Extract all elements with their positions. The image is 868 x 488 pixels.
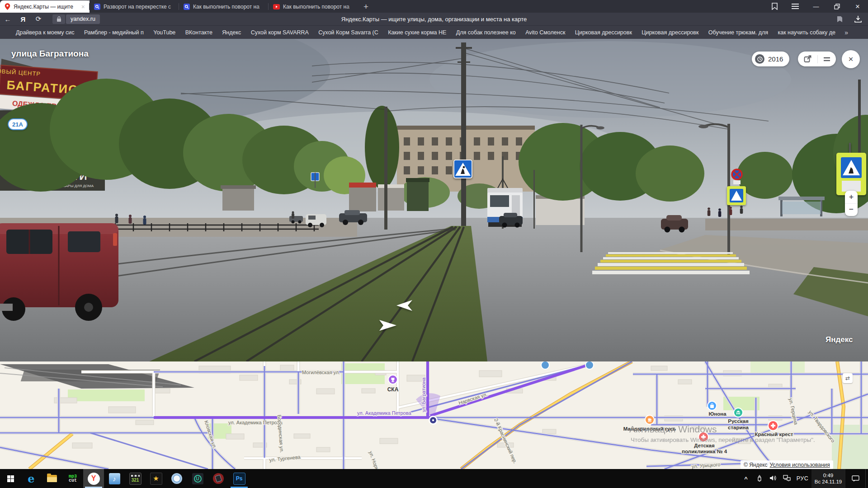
map-copyright: © Яндекс Условия использования — [741, 460, 833, 469]
volume-icon[interactable] — [766, 475, 780, 483]
tray-chevron-icon[interactable]: ^ — [739, 475, 753, 482]
bookmark-item[interactable]: ВКонтакте — [185, 29, 212, 36]
bookmark-item[interactable]: YouTube — [153, 29, 175, 36]
tab-search-2[interactable]: Как выполнить поворот на — [179, 0, 269, 13]
bookmark-item[interactable]: Сухой корм SAVARRA — [251, 29, 309, 36]
window-controls: — ✕ — [764, 0, 868, 13]
bookmark-item[interactable]: Обучение трюкам. для — [708, 29, 768, 36]
yandex-logo-button[interactable]: Я — [15, 15, 31, 23]
external-link-icon[interactable] — [804, 55, 811, 63]
bookmark-item[interactable]: Цирковая дрессировк — [575, 29, 632, 36]
clock-time: 0:49 — [823, 472, 833, 479]
bookmark-item[interactable]: Яндекс — [222, 29, 241, 36]
pedestrian-crossing-sign — [454, 160, 472, 178]
poi-label: СКА — [387, 386, 399, 393]
pano-zoom-control: + − — [845, 191, 858, 216]
youtube-icon — [273, 4, 280, 9]
music-notation-icon[interactable]: ♪ — [104, 469, 125, 488]
windows-activation-title: Активация Windows — [629, 424, 717, 435]
tab-bar: Яндекс.Карты — ищите × Разворот на перек… — [0, 0, 868, 13]
no-stopping-sign — [732, 169, 742, 184]
details-icon[interactable] — [824, 57, 830, 61]
page-title: Яндекс.Карты — ищите улицы, дома, органи… — [341, 16, 527, 23]
usb-icon[interactable] — [753, 474, 766, 483]
zoom-out-button[interactable]: − — [845, 204, 858, 216]
new-tab-button[interactable]: + — [363, 0, 368, 13]
pano-year-control[interactable]: 2016 — [752, 52, 789, 66]
poi-label: Русская — [728, 418, 748, 424]
system-tray: ^ РУС 0:49 Вс 24.11.19 — [739, 469, 868, 488]
file-explorer-icon[interactable] — [42, 469, 62, 488]
crossing-sign-right — [727, 186, 746, 205]
back-button[interactable]: ← — [0, 15, 15, 23]
device-app-icon[interactable] — [208, 469, 229, 488]
media-player-classic-icon[interactable]: 321 — [125, 469, 146, 488]
taskbar-clock[interactable]: 0:49 Вс 24.11.19 — [811, 469, 845, 488]
bookmark-item[interactable]: Драйвера к моему сис — [16, 29, 75, 36]
minimap[interactable]: Могилёвская ул. ул. Академика Петрова На… — [0, 361, 868, 469]
download-icon[interactable] — [854, 16, 862, 23]
street-label: ул. Академика Петрова — [228, 420, 283, 425]
edge-icon[interactable]: e — [21, 469, 42, 488]
collections-flag-icon[interactable] — [764, 0, 785, 13]
bookmark-item[interactable]: Какие сухие корма НЕ — [388, 29, 446, 36]
ring-app-icon[interactable] — [166, 469, 187, 488]
bookmarks-overflow-chevron[interactable]: » — [844, 26, 848, 39]
street-view-panorama[interactable]: ТОРГОВЫЙ ЦЕНТР БАГРАТИОН ОДЕЖДА ЕВРОПЫ С… — [0, 39, 868, 361]
tab-label: Разворот на перекрестке с — [104, 4, 175, 10]
show-desktop-sliver[interactable] — [865, 469, 868, 488]
red-van — [0, 223, 118, 321]
bookmark-item[interactable]: Рамблер - медийный п — [84, 29, 144, 36]
photoshop-icon[interactable]: Ps — [229, 469, 250, 488]
tab-yandex-maps[interactable]: Яндекс.Карты — ищите × — [0, 0, 90, 13]
house-number-badge[interactable]: 21А — [8, 118, 28, 130]
tab-youtube[interactable]: Как выполнить поворот на — [269, 0, 358, 13]
crosswalk — [592, 252, 750, 274]
maps-pin-icon — [5, 3, 10, 10]
bookmark-flag-icon[interactable] — [837, 16, 843, 23]
bookmark-item[interactable]: Для собак полезнее ко — [456, 29, 516, 36]
bookmark-item[interactable]: Цирковая дрессировк — [642, 29, 698, 36]
bookmark-item[interactable]: Сухой Корм Savarra (С — [318, 29, 378, 36]
bus-shelter — [778, 197, 825, 216]
url-field[interactable]: yandex.ru — [66, 14, 100, 24]
minimize-button[interactable]: — — [806, 0, 826, 13]
yandex-search-icon — [94, 4, 100, 10]
bookmark-item[interactable]: как научить собаку де — [778, 29, 835, 36]
street-view-scene: ТОРГОВЫЙ ЦЕНТР БАГРАТИОН ОДЕЖДА ЕВРОПЫ С… — [0, 39, 868, 361]
yandex-browser-icon[interactable]: Y — [83, 469, 104, 488]
network-icon[interactable] — [780, 475, 793, 483]
pano-close-button[interactable]: × — [842, 50, 860, 68]
street-label: Могилёвская ул. — [302, 370, 340, 375]
street-label-route: ул. Академика Петрова — [357, 410, 411, 416]
tab-label: Как выполнить поворот на — [193, 4, 265, 10]
close-window-button[interactable]: ✕ — [847, 0, 868, 13]
terms-link[interactable]: Условия использования — [770, 462, 830, 468]
refresh-button[interactable]: ⟳ — [31, 15, 46, 23]
tab-search-1[interactable]: Разворот на перекрестке с — [90, 0, 179, 13]
zoom-in-button[interactable]: + — [845, 191, 858, 204]
notification-center-icon[interactable] — [845, 469, 865, 488]
map-expand-button[interactable]: ⇄ — [843, 373, 853, 383]
menu-icon[interactable] — [785, 0, 806, 13]
history-clock-icon — [755, 54, 764, 64]
lock-icon[interactable] — [52, 14, 65, 24]
language-indicator[interactable]: РУС — [793, 475, 811, 482]
movie-star-icon[interactable]: ★ — [146, 469, 166, 488]
poi-label: поликлиника № 4 — [682, 449, 727, 454]
start-button[interactable] — [0, 469, 21, 488]
poi-label: старина — [728, 425, 749, 430]
windows-activation-subtitle: Чтобы активировать Windows, перейдите в … — [631, 436, 815, 443]
pano-year-value: 2016 — [768, 55, 783, 63]
address-bar: ← Я ⟳ yandex.ru Яндекс.Карты — ищите ули… — [0, 13, 868, 26]
pano-share-controls[interactable] — [798, 52, 836, 66]
bookmark-item[interactable]: Avito Смоленск — [525, 29, 565, 36]
poi-label: Юнона — [708, 411, 726, 417]
iobit-uninstaller-icon[interactable]: U — [187, 469, 208, 488]
poi-label: Детская — [694, 443, 714, 448]
restore-button[interactable] — [826, 0, 847, 13]
yandex-watermark: Яндекс — [826, 335, 853, 344]
mp3directcut-icon[interactable]: mp3cut — [62, 469, 83, 488]
taskbar: e mp3cut Y ♪ 321 ★ U Ps ^ РУС 0:49 Вс 24… — [0, 469, 868, 488]
tab-label: Яндекс.Карты — ищите — [14, 4, 77, 10]
